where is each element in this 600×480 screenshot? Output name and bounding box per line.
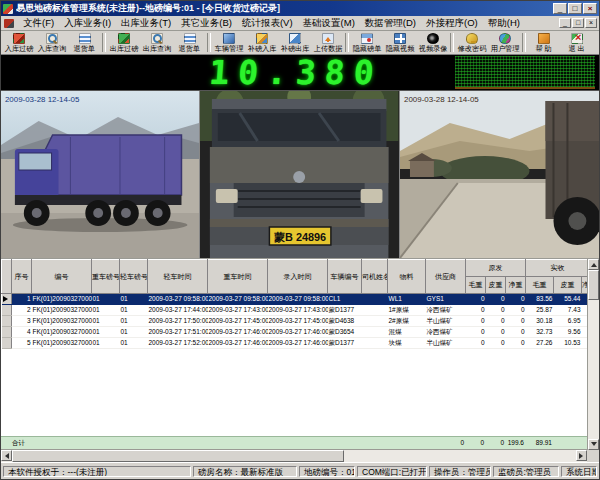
toolbar-button-makeup-out[interactable]: 补磅出库 (278, 31, 311, 54)
cell: 01 (120, 316, 148, 327)
cell: 2009-03-27 09:58:00 (148, 294, 208, 305)
child-close-button[interactable]: × (585, 18, 597, 28)
toolbar-button-help[interactable]: 帮 助 (527, 31, 560, 54)
close-button[interactable]: × (583, 3, 597, 14)
toolbar-button-weigh-in[interactable]: 入库过磅 (2, 31, 35, 54)
col-vehicle[interactable]: 车辆编号 (328, 260, 362, 294)
exit-icon (571, 33, 583, 44)
weigh-out-icon (118, 33, 130, 44)
toolbar-button-label: 隐藏磅单 (352, 45, 381, 53)
toolbar-button-video-record[interactable]: 视频录像 (416, 31, 449, 54)
menu-item-1[interactable]: 入库业务(I) (59, 17, 116, 30)
cell: 01 (92, 294, 120, 305)
scroll-down-button[interactable] (588, 439, 599, 450)
menu-items: 文件(F)入库业务(I)出库业务(T)其它业务(B)统计报表(V)基础设置(M)… (18, 17, 525, 30)
menu-item-4[interactable]: 统计报表(V) (237, 17, 298, 30)
toolbar-button-upload[interactable]: 上传数据 (311, 31, 344, 54)
table-body: 1FK(01)2009032700000101012009-03-27 09:5… (2, 294, 588, 349)
toolbar-button-vehicle[interactable]: 车辆管理 (212, 31, 245, 54)
vertical-scrollbar[interactable] (587, 259, 599, 450)
horizontal-scroll-thumb[interactable] (12, 450, 344, 462)
col-heavy-time[interactable]: 重车时间 (208, 260, 268, 294)
upload-icon (322, 33, 334, 44)
col-recv-tare[interactable]: 皮重 (554, 277, 582, 294)
cell: FK(01)20090327000002 (32, 305, 92, 316)
row-indicator (2, 305, 12, 316)
cell: 0 (466, 316, 486, 327)
table-row[interactable]: 5FK(01)2009032700000501012009-03-27 17:5… (2, 338, 588, 349)
col-orig-tare[interactable]: 皮重 (486, 277, 506, 294)
child-restore-button[interactable]: □ (572, 18, 584, 28)
cell: 0 (486, 327, 506, 338)
scroll-up-button[interactable] (588, 259, 599, 270)
cell: 2009-03-27 17:50:00 (148, 316, 208, 327)
menu-item-7[interactable]: 外接程序(O) (421, 17, 483, 30)
weigh-in-icon (13, 33, 25, 44)
col-driver[interactable]: 司机姓名 (362, 260, 388, 294)
toolbar-button-return-note[interactable]: 退货单 (173, 31, 206, 54)
col-recv-gross[interactable]: 毛重 (526, 277, 554, 294)
horizontal-scrollbar[interactable] (1, 449, 599, 462)
col-light-scale[interactable]: 轻车磅号 (120, 260, 148, 294)
table-row[interactable]: 4FK(01)2009032700000401012009-03-27 17:5… (2, 327, 588, 338)
col-seq[interactable]: 序号 (12, 260, 32, 294)
cell: 0 (486, 294, 506, 305)
toolbar-button-hide-ticket[interactable]: 隐藏磅单 (350, 31, 383, 54)
toolbar-button-label: 入库查询 (37, 45, 66, 53)
col-id[interactable]: 编号 (32, 260, 92, 294)
menu-item-8[interactable]: 帮助(H) (483, 17, 525, 30)
toolbar-separator (207, 33, 211, 52)
vertical-scroll-thumb[interactable] (588, 270, 599, 300)
table-row[interactable]: 1FK(01)2009032700000101012009-03-27 09:5… (2, 294, 588, 305)
col-supplier[interactable]: 供应商 (426, 260, 466, 294)
query-icon (151, 33, 163, 44)
menu-item-5[interactable]: 基础设置(M) (298, 17, 360, 30)
table-header: 序号 编号 重车磅号 轻车磅号 轻车时间 重车时间 录入时间 车辆编号 司机姓名… (2, 260, 588, 294)
col-heavy-scale[interactable]: 重车磅号 (92, 260, 120, 294)
toolbar-button-return-note[interactable]: 退货单 (68, 31, 101, 54)
total-cell (119, 437, 147, 448)
cell: 2009-03-27 17:52:00 (148, 338, 208, 349)
total-row: 合计000199.689.91 (1, 437, 589, 448)
total-cell: 0 (425, 437, 465, 448)
row-indicator (2, 294, 12, 305)
toolbar-button-query[interactable]: 出库查询 (140, 31, 173, 54)
cell: 2009-03-27 09:58:00 (268, 294, 328, 305)
col-light-time[interactable]: 轻车时间 (148, 260, 208, 294)
menu-item-2[interactable]: 出库业务(T) (116, 17, 176, 30)
col-material[interactable]: 物料 (388, 260, 426, 294)
toolbar-button-label: 出库查询 (142, 45, 171, 53)
toolbar-button-label: 出库过磅 (109, 45, 138, 53)
cell: 2009-03-27 17:43:00 (268, 305, 328, 316)
toolbar-button-hide-video[interactable]: 隐藏视频 (383, 31, 416, 54)
toolbar-button-query[interactable]: 入库查询 (35, 31, 68, 54)
minimize-button[interactable]: _ (553, 3, 567, 14)
menu-item-3[interactable]: 其它业务(B) (176, 17, 237, 30)
scroll-right-button[interactable] (576, 450, 587, 461)
table-row[interactable]: 3FK(01)2009032700000301012009-03-27 17:5… (2, 316, 588, 327)
maximize-button[interactable]: □ (568, 3, 582, 14)
cell: 27.26 (526, 338, 554, 349)
toolbar-button-password[interactable]: 修改密码 (455, 31, 488, 54)
menu-item-0[interactable]: 文件(F) (18, 17, 59, 30)
toolbar-button-users[interactable]: 用户管理 (488, 31, 521, 54)
menu-item-6[interactable]: 数据管理(D) (360, 17, 421, 30)
toolbar-button-makeup-in[interactable]: 补磅入库 (245, 31, 278, 54)
toolbar-button-label: 隐藏视频 (385, 45, 414, 53)
col-orig-net[interactable]: 净重 (506, 277, 526, 294)
query-icon (46, 33, 58, 44)
toolbar-button-exit[interactable]: 退 出 (560, 31, 593, 54)
cell: 0 (506, 316, 526, 327)
cell: 0 (466, 338, 486, 349)
scroll-left-button[interactable] (1, 450, 12, 461)
cell: FK(01)20090327000003 (32, 316, 92, 327)
cell: 7.43 (554, 305, 582, 316)
col-orig-gross[interactable]: 毛重 (466, 277, 486, 294)
toolbar-button-label: 补磅入库 (247, 45, 276, 53)
table-row[interactable]: 2FK(01)2009032700000201012009-03-27 17:4… (2, 305, 588, 316)
toolbar-button-label: 上传数据 (313, 45, 342, 53)
child-minimize-button[interactable]: _ (559, 18, 571, 28)
col-entry-time[interactable]: 录入时间 (268, 260, 328, 294)
colgroup-received: 实收 (526, 260, 588, 277)
toolbar-button-weigh-out[interactable]: 出库过磅 (107, 31, 140, 54)
